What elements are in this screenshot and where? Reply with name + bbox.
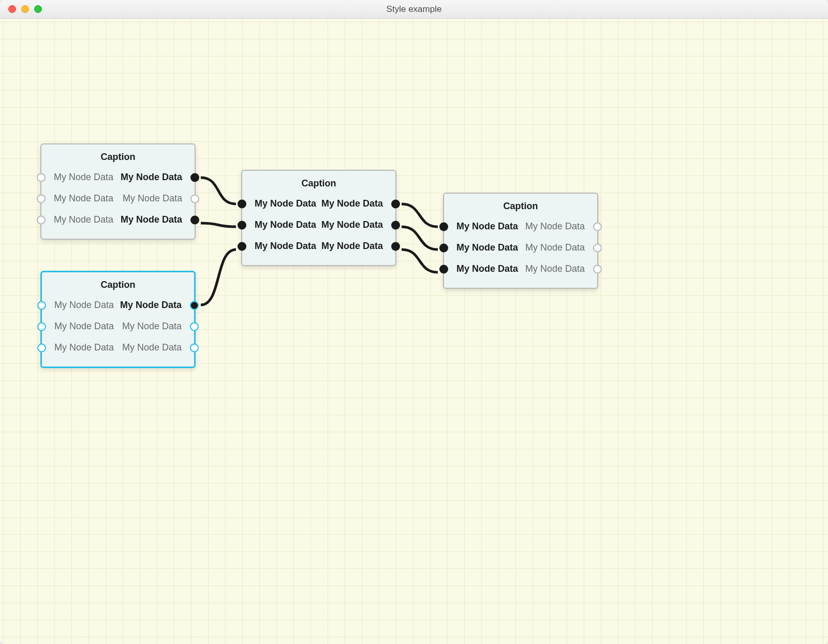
input-port[interactable]	[37, 173, 46, 182]
port-label-left: My Node Data	[47, 300, 114, 311]
input-port[interactable]	[238, 221, 246, 229]
port-label-right: My Node Data	[321, 241, 390, 252]
output-port[interactable]	[190, 301, 199, 310]
port-label-left: My Node Data	[247, 241, 316, 252]
output-port[interactable]	[190, 173, 199, 182]
output-port[interactable]	[593, 265, 602, 273]
zoom-icon[interactable]	[34, 5, 42, 13]
input-port[interactable]	[37, 301, 46, 310]
port-label-right: My Node Data	[121, 172, 189, 183]
output-port[interactable]	[190, 343, 199, 352]
port-label-left: My Node Data	[47, 321, 114, 332]
port-label-right: My Node Data	[525, 221, 592, 232]
input-port[interactable]	[238, 242, 246, 251]
input-port[interactable]	[37, 194, 46, 203]
input-port[interactable]	[37, 343, 46, 352]
input-port[interactable]	[238, 199, 246, 208]
output-port[interactable]	[593, 222, 602, 231]
port-label-right: My Node Data	[121, 214, 189, 225]
node-row: My Node DataMy Node Data	[247, 236, 390, 257]
port-label-right: My Node Data	[123, 193, 189, 204]
output-port[interactable]	[391, 199, 400, 208]
port-label-right: My Node Data	[122, 321, 189, 332]
node-row: My Node DataMy Node Data	[449, 216, 592, 237]
node-row: My Node DataMy Node Data	[47, 337, 189, 358]
graph-node[interactable]: CaptionMy Node DataMy Node DataMy Node D…	[40, 271, 196, 368]
node-row: My Node DataMy Node Data	[47, 167, 189, 188]
input-port[interactable]	[37, 322, 46, 331]
traffic-lights	[0, 5, 42, 13]
port-label-right: My Node Data	[120, 300, 189, 311]
node-row: My Node DataMy Node Data	[47, 209, 189, 230]
port-label-right: My Node Data	[321, 198, 390, 209]
node-caption: Caption	[242, 171, 395, 193]
port-label-left: My Node Data	[47, 342, 114, 353]
app-window: Style example CaptionMy Node DataMy Node…	[0, 0, 828, 644]
node-caption: Caption	[444, 194, 597, 216]
graph-node[interactable]: CaptionMy Node DataMy Node DataMy Node D…	[443, 193, 598, 289]
canvas[interactable]: CaptionMy Node DataMy Node DataMy Node D…	[0, 19, 828, 644]
node-row: My Node DataMy Node Data	[247, 214, 390, 236]
node-caption: Caption	[42, 272, 194, 295]
input-port[interactable]	[37, 215, 46, 224]
graph-node[interactable]: CaptionMy Node DataMy Node DataMy Node D…	[241, 170, 396, 266]
input-port[interactable]	[439, 222, 448, 231]
output-port[interactable]	[391, 221, 400, 229]
port-label-left: My Node Data	[47, 214, 113, 225]
node-row: My Node DataMy Node Data	[247, 193, 390, 214]
port-label-left: My Node Data	[449, 221, 518, 232]
window-title: Style example	[387, 4, 442, 14]
port-label-right: My Node Data	[321, 219, 390, 230]
output-port[interactable]	[190, 322, 199, 331]
port-label-right: My Node Data	[525, 264, 592, 274]
node-caption: Caption	[41, 144, 195, 167]
input-port[interactable]	[439, 243, 448, 252]
node-row: My Node DataMy Node Data	[47, 316, 189, 337]
port-label-right: My Node Data	[122, 342, 189, 353]
output-port[interactable]	[391, 242, 400, 251]
node-row: My Node DataMy Node Data	[449, 237, 592, 258]
port-label-left: My Node Data	[247, 219, 316, 230]
port-label-left: My Node Data	[449, 264, 518, 274]
output-port[interactable]	[190, 194, 199, 203]
minimize-icon[interactable]	[21, 5, 29, 13]
node-row: My Node DataMy Node Data	[449, 258, 592, 280]
graph-node[interactable]: CaptionMy Node DataMy Node DataMy Node D…	[40, 143, 196, 240]
port-label-left: My Node Data	[247, 198, 316, 209]
output-port[interactable]	[593, 243, 602, 252]
output-port[interactable]	[190, 215, 199, 224]
close-icon[interactable]	[8, 5, 16, 13]
node-row: My Node DataMy Node Data	[47, 188, 189, 209]
port-label-right: My Node Data	[525, 242, 592, 253]
port-label-left: My Node Data	[449, 242, 518, 253]
input-port[interactable]	[439, 265, 448, 273]
port-label-left: My Node Data	[47, 193, 113, 204]
node-row: My Node DataMy Node Data	[47, 295, 189, 316]
port-label-left: My Node Data	[47, 172, 113, 183]
titlebar[interactable]: Style example	[0, 0, 828, 19]
